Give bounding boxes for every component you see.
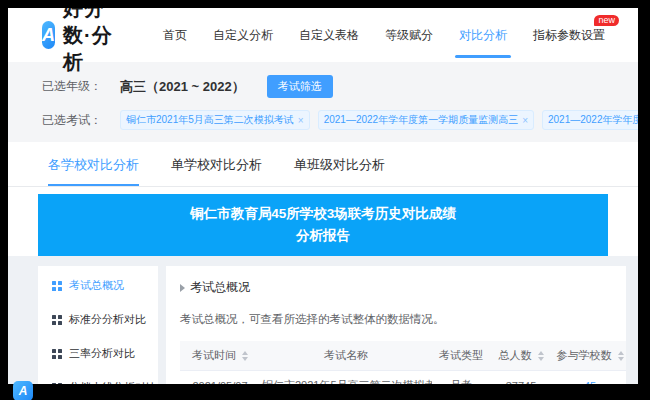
banner-wrap: 铜仁市教育局45所学校3场联考历史对比成绩 分析报告	[8, 187, 638, 256]
section-header: 考试总概况	[180, 279, 612, 296]
nav-item-custom-analysis[interactable]: 自定义分析	[213, 8, 273, 62]
sidebar-item-exam-overview[interactable]: 考试总概况	[52, 278, 158, 293]
grid-icon	[52, 349, 62, 359]
sort-icon[interactable]	[242, 351, 248, 361]
cell-exam-type: 月考	[432, 371, 490, 385]
exams-label: 已选考试：	[42, 112, 120, 129]
exam-overview-table: 考试时间 考试名称 考试类型 总人数	[180, 341, 626, 384]
grade-label: 已选年级：	[42, 78, 120, 95]
col-header-exam-time[interactable]: 考试时间	[180, 341, 260, 371]
sidebar-item-label: 标准分分析对比	[69, 312, 146, 327]
tag-close-icon[interactable]: ×	[522, 115, 528, 126]
analysis-tabs: 各学校对比分析 单学校对比分析 单班级对比分析	[8, 142, 638, 187]
report-title-line2: 分析报告	[296, 225, 350, 247]
exam-tag[interactable]: 2021—2022年学年度第一学期质量监测高三 ×	[318, 110, 534, 130]
report-title-line1: 铜仁市教育局45所学校3场联考历史对比成绩	[190, 203, 456, 225]
table-row: 2021/05/07 铜仁市2021年5月高三第二次模拟考试 月考 37745 …	[180, 371, 626, 385]
grid-icon	[52, 281, 62, 291]
col-header-exam-type: 考试类型	[432, 341, 490, 371]
brand-name: 好分数·分析	[63, 8, 114, 76]
sort-icon[interactable]	[538, 351, 544, 361]
col-header-label: 参与学校数	[556, 349, 611, 361]
nav-item-home[interactable]: 首页	[163, 8, 187, 62]
top-header: A 好分数·分析 首页 自定义分析 自定义表格 等级赋分 对比分析 指标参数设置…	[8, 8, 638, 62]
report-title-banner: 铜仁市教育局45所学校3场联考历史对比成绩 分析报告	[38, 194, 608, 256]
grade-filter-row: 已选年级： 高三（2021 ~ 2022） 考试筛选	[42, 75, 604, 98]
exam-filter-row: 已选考试： 铜仁市2021年5月高三第二次模拟考试 × 2021—2022年学年…	[42, 110, 604, 130]
sidebar-item-label: 三率分析对比	[69, 346, 135, 361]
col-header-label: 考试类型	[439, 349, 483, 361]
section-description: 考试总概况，可查看所选择的考试整体的数据情况。	[180, 312, 612, 327]
exam-filter-button[interactable]: 考试筛选	[267, 75, 333, 98]
sidebar-item-label: 分档上线分析对比	[69, 380, 157, 384]
col-header-label: 考试时间	[192, 349, 236, 361]
section-arrow-icon	[180, 284, 185, 292]
col-header-total-students[interactable]: 总人数	[490, 341, 552, 371]
nav-item-indicator-settings[interactable]: 指标参数设置 new	[533, 8, 605, 62]
cell-participating-schools-link[interactable]: 45	[552, 371, 626, 385]
col-header-participating-schools[interactable]: 参与学校数	[552, 341, 626, 371]
main-nav: 首页 自定义分析 自定义表格 等级赋分 对比分析 指标参数设置 new	[150, 8, 618, 62]
content-area: 考试总概况 标准分分析对比 三率分析对比 分档上线分析对比 考试总概况 考试总概…	[8, 256, 638, 384]
sidebar-item-standard-score-comparison[interactable]: 标准分分析对比	[52, 312, 158, 327]
exam-tag-label: 2021—2022年学年度第一学期质量监测高三	[324, 113, 519, 127]
exam-overview-panel: 考试总概况 考试总概况，可查看所选择的考试整体的数据情况。 考试时间 考试	[166, 266, 626, 384]
floating-logo-icon[interactable]: A	[13, 381, 33, 400]
cell-total-students: 37745	[490, 371, 552, 385]
exam-tag[interactable]: 2021—2022年学年度第一学期质量监测高三 ×	[542, 110, 638, 130]
col-header-label: 总人数	[498, 349, 531, 361]
grade-value: 高三（2021 ~ 2022）	[120, 78, 245, 96]
sidebar-item-tier-online-comparison[interactable]: 分档上线分析对比	[52, 380, 158, 384]
sort-icon[interactable]	[618, 351, 624, 361]
cell-exam-time: 2021/05/07	[180, 371, 260, 385]
exam-tag-label: 铜仁市2021年5月高三第二次模拟考试	[126, 113, 294, 127]
col-header-exam-name: 考试名称	[260, 341, 432, 371]
nav-item-comparison-analysis[interactable]: 对比分析	[459, 8, 507, 62]
new-badge: new	[594, 15, 619, 26]
tab-all-schools-comparison[interactable]: 各学校对比分析	[48, 142, 139, 186]
nav-item-indicator-settings-label: 指标参数设置	[533, 27, 605, 44]
section-title: 考试总概况	[190, 279, 250, 296]
exam-tag-label: 2021—2022年学年度第一学期质量监测高三	[548, 113, 638, 127]
col-header-label: 考试名称	[324, 349, 368, 361]
table-header-row: 考试时间 考试名称 考试类型 总人数	[180, 341, 626, 371]
nav-item-custom-table[interactable]: 自定义表格	[299, 8, 359, 62]
tab-single-class-comparison[interactable]: 单班级对比分析	[294, 142, 385, 186]
exam-tag[interactable]: 铜仁市2021年5月高三第二次模拟考试 ×	[120, 110, 310, 130]
sidebar-item-three-rates-comparison[interactable]: 三率分析对比	[52, 346, 158, 361]
grid-icon	[52, 383, 62, 385]
report-sidebar: 考试总概况 标准分分析对比 三率分析对比 分档上线分析对比	[38, 266, 158, 384]
nav-item-grade-assignment[interactable]: 等级赋分	[385, 8, 433, 62]
cell-exam-name: 铜仁市2021年5月高三第二次模拟考试	[260, 371, 432, 385]
app-window: A 好分数·分析 首页 自定义分析 自定义表格 等级赋分 对比分析 指标参数设置…	[8, 8, 638, 384]
tab-single-school-comparison[interactable]: 单学校对比分析	[171, 142, 262, 186]
sidebar-item-label: 考试总概况	[69, 278, 124, 293]
brand-logo-icon: A	[42, 21, 55, 49]
tag-close-icon[interactable]: ×	[298, 115, 304, 126]
grid-icon	[52, 315, 62, 325]
